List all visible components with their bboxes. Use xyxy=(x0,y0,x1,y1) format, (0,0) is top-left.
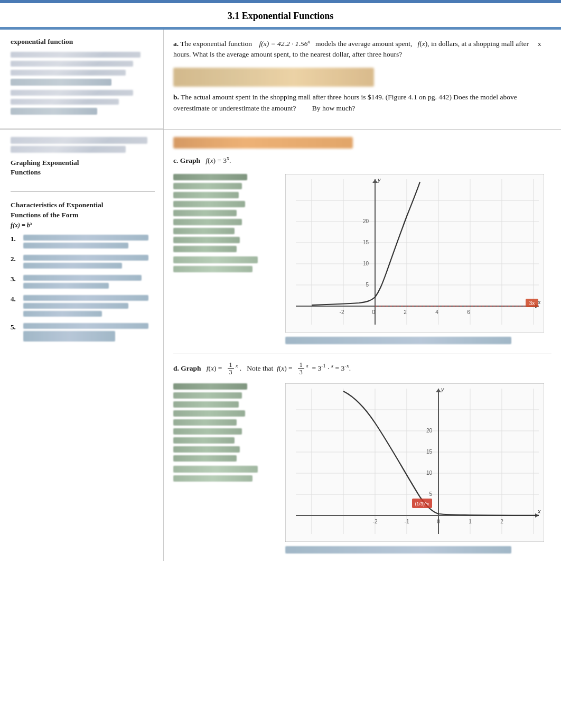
page-container: 3.1 Exponential Functions exponential fu… xyxy=(0,0,561,728)
table-note-2 xyxy=(173,266,253,272)
table-row-1 xyxy=(173,183,242,189)
svg-text:x: x xyxy=(537,508,541,514)
graph-d-note xyxy=(285,546,511,554)
char-line-2b xyxy=(23,263,122,269)
formula-d-right: f xyxy=(277,364,279,372)
char-num-3: 3. xyxy=(11,275,20,283)
table-d-note xyxy=(173,466,258,473)
problem-a: a. The exponential function f(x) = 42.2 … xyxy=(173,37,551,60)
fraction-d: 1 3 xyxy=(228,362,234,376)
char-content-1 xyxy=(23,235,155,251)
fraction-d2: 1 3 xyxy=(298,362,304,376)
svg-text:10: 10 xyxy=(363,261,369,266)
problem-b: b. The actual amount spent in the shoppi… xyxy=(173,92,551,114)
svg-text:-2: -2 xyxy=(373,519,378,524)
lower-row: Graphing ExponentialFunctions Characteri… xyxy=(0,130,561,561)
svg-text:20: 20 xyxy=(363,218,369,224)
char-num-1: 1. xyxy=(11,235,20,243)
svg-rect-33 xyxy=(285,383,544,542)
table-d-header xyxy=(173,383,247,390)
blurred-math-2 xyxy=(11,108,97,115)
table-row-7 xyxy=(173,237,240,243)
table-note xyxy=(173,256,258,263)
right-col-upper: a. The exponential function f(x) = 42.2 … xyxy=(164,30,561,129)
char-item-1: 1. xyxy=(11,235,155,251)
section-title: 3.1 Exponential Functions xyxy=(0,3,561,27)
graph-d-svg: (1/3)^x x y -2 -1 0 1 2 5 10 15 xyxy=(285,383,544,542)
fraction-bottom: 3 xyxy=(228,369,234,376)
svg-text:(1/3)^x: (1/3)^x xyxy=(415,501,429,506)
graph-d-wrapper: (1/3)^x x y -2 -1 0 1 2 5 10 15 xyxy=(173,383,551,554)
svg-text:20: 20 xyxy=(426,428,433,434)
svg-text:2: 2 xyxy=(500,519,503,524)
char-num-4: 4. xyxy=(11,295,20,303)
svg-text:1: 1 xyxy=(469,519,472,524)
char-item-3: 3. xyxy=(11,275,155,291)
graph-c-svg: 3x x y -2 0 2 4 6 5 10 15 xyxy=(285,174,544,333)
blurred-upper-label xyxy=(11,137,147,144)
table-d-row-7 xyxy=(173,446,240,453)
svg-text:5: 5 xyxy=(429,491,432,497)
char-line-2a xyxy=(23,255,148,261)
exponent-x2: x xyxy=(306,363,308,368)
char-content-2 xyxy=(23,255,155,271)
table-row-5 xyxy=(173,219,242,225)
svg-text:0: 0 xyxy=(437,519,440,524)
exponential-function-label: exponential function xyxy=(11,37,155,47)
table-row-2 xyxy=(173,192,239,198)
graph-d-visual: (1/3)^x x y -2 -1 0 1 2 5 10 15 xyxy=(285,383,551,554)
characteristics-formula: f(x) = bx xyxy=(11,222,32,229)
problem-a-label: a. xyxy=(173,40,179,48)
table-row-8 xyxy=(173,246,237,252)
graph-c-note xyxy=(285,337,511,344)
svg-text:2: 2 xyxy=(404,309,407,315)
characteristics-section: Characteristics of ExponentialFunctions … xyxy=(11,200,155,344)
table-d-row-8 xyxy=(173,455,237,462)
orange-header xyxy=(173,137,353,149)
fraction-top: 1 xyxy=(228,362,234,369)
blurred-math-1 xyxy=(11,79,111,86)
char-item-2: 2. xyxy=(11,255,155,271)
svg-text:15: 15 xyxy=(426,449,433,455)
char-line-4c xyxy=(23,311,102,317)
char-line-1b xyxy=(23,243,128,248)
char-item-5: 5. xyxy=(11,323,155,344)
fraction2-top: 1 xyxy=(298,362,304,369)
fraction2-bottom: 3 xyxy=(298,369,304,376)
char-line-4b xyxy=(23,303,128,309)
table-d-row-5 xyxy=(173,428,242,435)
problem-d-label: d. Graph xyxy=(173,364,204,372)
graph-d-table xyxy=(173,383,279,484)
blurred-upper-label2 xyxy=(11,146,126,153)
graph-c-table xyxy=(173,174,279,275)
svg-text:6: 6 xyxy=(467,309,470,315)
table-d-row-2 xyxy=(173,401,239,408)
svg-text:3x: 3x xyxy=(529,300,535,306)
char-line-3a xyxy=(23,275,142,281)
blurred-line-2 xyxy=(11,61,133,67)
svg-text:10: 10 xyxy=(426,470,433,476)
answer-blurred-a xyxy=(173,68,374,87)
blurred-line-1 xyxy=(11,52,141,58)
char-line-1a xyxy=(23,235,148,241)
table-row-3 xyxy=(173,201,245,207)
table-row-6 xyxy=(173,228,235,234)
char-content-5 xyxy=(23,323,155,344)
char-content-3 xyxy=(23,275,155,291)
problem-b-label: b. xyxy=(173,93,179,101)
formula-c: f xyxy=(205,156,208,164)
char-line-3b xyxy=(23,283,109,289)
char-content-4 xyxy=(23,295,155,319)
upper-row: exponential function a. The exponential … xyxy=(0,30,561,130)
table-d-row-6 xyxy=(173,437,235,444)
char-line-4a xyxy=(23,295,148,301)
blurred-line-4 xyxy=(11,90,133,96)
svg-text:15: 15 xyxy=(363,239,369,245)
blurred-line-5 xyxy=(11,99,119,105)
char-item-4: 4. xyxy=(11,295,155,319)
svg-text:0: 0 xyxy=(372,309,375,315)
graphing-label: Graphing ExponentialFunctions xyxy=(11,158,155,177)
svg-text:4: 4 xyxy=(435,309,438,315)
problem-d: d. Graph f(x) = 1 3 x . Note that f(x) =… xyxy=(173,354,551,376)
svg-text:-2: -2 xyxy=(340,309,344,315)
